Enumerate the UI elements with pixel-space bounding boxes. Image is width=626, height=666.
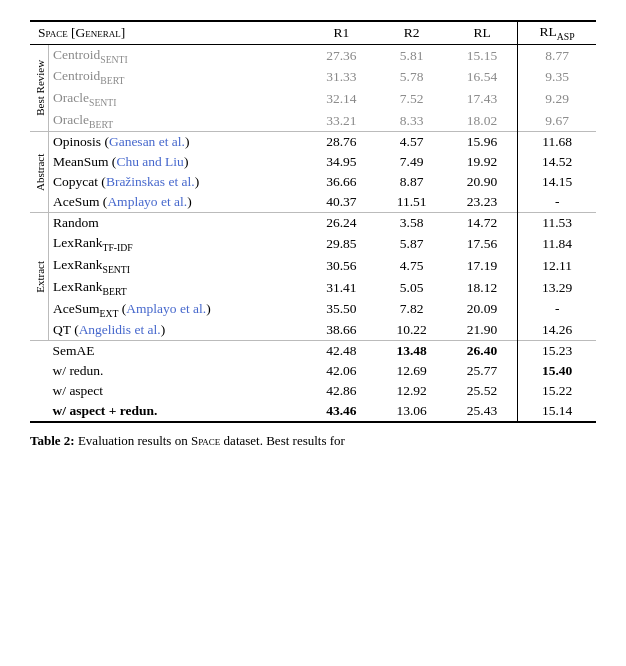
table-row: CentroidBERT 31.33 5.78 16.54 9.35 (30, 66, 596, 88)
row-copycat-name: Copycat (Bražinskas et al.) (49, 172, 307, 192)
row-random-r1: 26.24 (306, 213, 376, 234)
opinosis-citation: Ganesan et al. (109, 134, 185, 149)
row-lexrank-bert-r2: 5.05 (377, 277, 447, 299)
row-acesum-ext-r1: 35.50 (306, 299, 376, 321)
row-qt-rl: 21.90 (447, 320, 518, 341)
table-row: LexRankBERT 31.41 5.05 18.12 13.29 (30, 277, 596, 299)
row-semae-aspect-redun-r1: 43.46 (306, 401, 376, 422)
row-centroid-senti-r2: 5.81 (377, 44, 447, 66)
row-lexrank-senti-name: LexRankSENTI (49, 255, 307, 277)
col-header-r1: R1 (306, 21, 376, 44)
row-centroid-bert-rl-asp: 9.35 (518, 66, 596, 88)
row-oracle-bert-rl: 18.02 (447, 110, 518, 132)
row-meansum-r2: 7.49 (377, 152, 447, 172)
acesum-ext-citation: Amplayo et al. (126, 301, 206, 316)
row-opinosis-r1: 28.76 (306, 132, 376, 153)
row-semae-rl: 26.40 (447, 341, 518, 362)
table-row: OracleBERT 33.21 8.33 18.02 9.67 (30, 110, 596, 132)
table-row: SemAE 42.48 13.48 26.40 15.23 (30, 341, 596, 362)
row-random-rl: 14.72 (447, 213, 518, 234)
row-semae-aspect-redun-r2: 13.06 (377, 401, 447, 422)
table-row: QT (Angelidis et al.) 38.66 10.22 21.90 … (30, 320, 596, 341)
row-meansum-r1: 34.95 (306, 152, 376, 172)
col-header-rl-asp: RLASP (518, 21, 596, 44)
table-row: Abstract Opinosis (Ganesan et al.) 28.76… (30, 132, 596, 153)
row-centroid-senti-r1: 27.36 (306, 44, 376, 66)
row-qt-r2: 10.22 (377, 320, 447, 341)
row-acesum-abstract-r1: 40.37 (306, 192, 376, 213)
row-acesum-ext-rl: 20.09 (447, 299, 518, 321)
section-label-extract: Extract (30, 213, 49, 341)
row-semae-aspect-rl: 25.52 (447, 381, 518, 401)
row-lexrank-tfidf-rl: 17.56 (447, 233, 518, 255)
row-oracle-senti-name: OracleSENTI (49, 88, 307, 110)
row-opinosis-rl-asp: 11.68 (518, 132, 596, 153)
row-semae-aspect-r1: 42.86 (306, 381, 376, 401)
row-opinosis-rl: 15.96 (447, 132, 518, 153)
row-opinosis-name: Opinosis (Ganesan et al.) (49, 132, 307, 153)
row-lexrank-tfidf-name: LexRankTF-IDF (49, 233, 307, 255)
row-acesum-ext-name: AceSumEXT (Amplayo et al.) (49, 299, 307, 321)
col-header-rl: RL (447, 21, 518, 44)
row-centroid-bert-r1: 31.33 (306, 66, 376, 88)
row-centroid-senti-rl-asp: 8.77 (518, 44, 596, 66)
row-semae-aspect-redun-rl: 25.43 (447, 401, 518, 422)
row-qt-rl-asp: 14.26 (518, 320, 596, 341)
row-centroid-senti-rl: 15.15 (447, 44, 518, 66)
row-acesum-ext-rl-asp: - (518, 299, 596, 321)
meansum-citation: Chu and Liu (116, 154, 184, 169)
row-semae-r2: 13.48 (377, 341, 447, 362)
row-semae-redun-name: w/ redun. (49, 361, 307, 381)
row-lexrank-bert-rl-asp: 13.29 (518, 277, 596, 299)
row-acesum-abstract-rl-asp: - (518, 192, 596, 213)
row-centroid-senti-name: CentroidSENTI (49, 44, 307, 66)
row-random-r2: 3.58 (377, 213, 447, 234)
row-acesum-abstract-name: AceSum (Amplayo et al.) (49, 192, 307, 213)
row-semae-redun-rl: 25.77 (447, 361, 518, 381)
row-oracle-senti-rl: 17.43 (447, 88, 518, 110)
row-semae-aspect-r2: 12.92 (377, 381, 447, 401)
table-row: Extract Random 26.24 3.58 14.72 11.53 (30, 213, 596, 234)
row-random-rl-asp: 11.53 (518, 213, 596, 234)
row-lexrank-bert-name: LexRankBERT (49, 277, 307, 299)
table-row: AceSumEXT (Amplayo et al.) 35.50 7.82 20… (30, 299, 596, 321)
row-random-name: Random (49, 213, 307, 234)
row-copycat-rl: 20.90 (447, 172, 518, 192)
table-caption: Table 2: Evaluation results on Space dat… (30, 433, 596, 449)
row-lexrank-tfidf-r2: 5.87 (377, 233, 447, 255)
table-row: Copycat (Bražinskas et al.) 36.66 8.87 2… (30, 172, 596, 192)
row-lexrank-senti-rl: 17.19 (447, 255, 518, 277)
row-copycat-r1: 36.66 (306, 172, 376, 192)
table-row: w/ redun. 42.06 12.69 25.77 15.40 (30, 361, 596, 381)
table-row: AceSum (Amplayo et al.) 40.37 11.51 23.2… (30, 192, 596, 213)
row-centroid-bert-name: CentroidBERT (49, 66, 307, 88)
row-centroid-bert-rl: 16.54 (447, 66, 518, 88)
row-copycat-rl-asp: 14.15 (518, 172, 596, 192)
row-semae-aspect-redun-rl-asp: 15.14 (518, 401, 596, 422)
row-oracle-bert-r2: 8.33 (377, 110, 447, 132)
row-copycat-r2: 8.87 (377, 172, 447, 192)
row-oracle-bert-rl-asp: 9.67 (518, 110, 596, 132)
row-meansum-rl-asp: 14.52 (518, 152, 596, 172)
row-centroid-bert-r2: 5.78 (377, 66, 447, 88)
row-qt-r1: 38.66 (306, 320, 376, 341)
row-lexrank-tfidf-r1: 29.85 (306, 233, 376, 255)
row-semae-redun-r1: 42.06 (306, 361, 376, 381)
copycat-citation: Bražinskas et al. (106, 174, 195, 189)
row-lexrank-bert-r1: 31.41 (306, 277, 376, 299)
table-row: w/ aspect + redun. 43.46 13.06 25.43 15.… (30, 401, 596, 422)
row-lexrank-tfidf-rl-asp: 11.84 (518, 233, 596, 255)
row-acesum-abstract-r2: 11.51 (377, 192, 447, 213)
table-row: LexRankTF-IDF 29.85 5.87 17.56 11.84 (30, 233, 596, 255)
section-label-abstract: Abstract (30, 132, 49, 213)
row-lexrank-senti-rl-asp: 12.11 (518, 255, 596, 277)
qt-citation: Angelidis et al. (79, 322, 161, 337)
row-oracle-senti-r1: 32.14 (306, 88, 376, 110)
row-oracle-senti-rl-asp: 9.29 (518, 88, 596, 110)
section-label-best-review: Best Review (30, 44, 49, 132)
row-meansum-rl: 19.92 (447, 152, 518, 172)
table-row: MeanSum (Chu and Liu) 34.95 7.49 19.92 1… (30, 152, 596, 172)
col-header-r2: R2 (377, 21, 447, 44)
row-semae-aspect-redun-name: w/ aspect + redun. (49, 401, 307, 422)
table-row: Best Review CentroidSENTI 27.36 5.81 15.… (30, 44, 596, 66)
